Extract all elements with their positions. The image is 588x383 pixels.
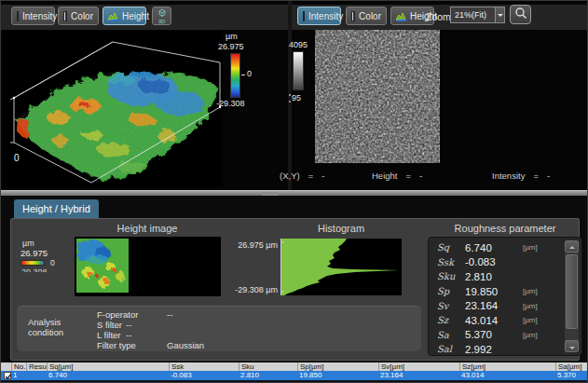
status-intensity-value: - — [547, 171, 550, 181]
tab-height-hybrid[interactable]: Height / Hybrid — [14, 199, 99, 218]
roughness-row: Sq6.740[µm] — [437, 240, 560, 255]
histogram-plot — [280, 239, 402, 295]
roughness-row: Sal2.992 — [437, 342, 560, 353]
condition-row-s-filter: S filter-- — [97, 320, 204, 330]
analysis-condition-panel: Analysis condition F-operator-- S filter… — [17, 306, 421, 351]
colorbar-zero-tick — [241, 75, 245, 75]
header-checkbox-col — [1, 362, 11, 371]
left-intensity-label: Intensity — [22, 11, 57, 21]
left-3d-view-button[interactable]: 3D — [152, 7, 171, 25]
surface-3d-render[interactable] — [3, 31, 223, 187]
header-result: Result — [26, 362, 47, 371]
scrollbar-down-button[interactable] — [565, 340, 579, 352]
left-color-label: Color — [71, 11, 93, 21]
left-toolbar: Intensity Color Height 3D — [1, 5, 288, 30]
scrollbar-up-button[interactable] — [565, 240, 579, 253]
height-image-max-label: 26.975 — [21, 248, 48, 258]
height-image-title: Height image — [75, 223, 220, 234]
viewport-3d-height: Intensity Color Height 3D — [1, 1, 288, 190]
coordinate-statusbar: (X,Y) = - Height = - Intensity = - — [1, 171, 587, 185]
cell-sa: 5.370 — [555, 371, 588, 380]
color-icon — [351, 11, 355, 21]
z-axis-origin-label: 0 — [14, 153, 20, 163]
analysis-content-panel: Height image µm 26.975 0 -29.308 — [10, 218, 580, 361]
roughness-scrollbar[interactable] — [565, 240, 579, 352]
status-xy-value: - — [321, 171, 324, 181]
height-image-mini-colorbar — [21, 260, 45, 266]
header-sa: Sa[µm] — [555, 362, 588, 371]
cell-ssk: -0.083 — [169, 371, 239, 380]
height-image-canvas — [75, 237, 221, 296]
roughness-parameter-panel: Sq6.740[µm] Ssk-0.083 Sku2.810 Sp19.850[… — [428, 237, 582, 356]
right-color-label: Color — [359, 11, 381, 21]
roughness-row: Sku2.810 — [437, 269, 560, 284]
cell-sv: 23.164 — [378, 371, 459, 380]
header-sku: Sku — [239, 362, 297, 371]
results-table: No. Result Sq[µm] Ssk Sku Sp[µm] Sv[µm] … — [1, 362, 588, 383]
roughness-row: Sp19.850[µm] — [437, 284, 560, 299]
status-height-value: - — [419, 171, 422, 181]
cell-no: 1 — [11, 371, 26, 380]
splitter-grip-dot — [289, 94, 291, 96]
header-sv: Sv[µm] — [378, 362, 459, 371]
left-color-view-button[interactable]: Color — [58, 7, 99, 25]
splitter-grip-dot — [289, 101, 291, 103]
status-intensity-label: Intensity — [492, 171, 525, 181]
colorbar-zero-label: 0 — [247, 69, 252, 78]
analysis-condition-label-line2: condition — [28, 327, 63, 337]
histogram-min-label: -29.308 µm — [226, 285, 278, 294]
results-table-header: No. Result Sq[µm] Ssk Sku Sp[µm] Sv[µm] … — [1, 362, 588, 371]
analysis-section: Height / Hybrid Height image µm 26.975 0… — [1, 196, 588, 362]
header-sp: Sp[µm] — [297, 362, 378, 371]
zoom-level-select[interactable]: 21%(Fit) — [450, 7, 495, 23]
row-checkbox[interactable] — [4, 372, 11, 379]
magnifier-button[interactable] — [510, 5, 531, 24]
cell-sku: 2.810 — [239, 371, 297, 380]
intensity-image-canvas[interactable] — [315, 30, 440, 163]
header-sq: Sq[µm] — [47, 362, 169, 371]
cell-sz: 43.014 — [459, 371, 555, 380]
height-map-thumbnail — [76, 239, 129, 293]
intensity-icon — [17, 11, 19, 21]
roughness-row: Sa5.370[µm] — [437, 328, 560, 343]
cell-sq: 6.740 — [47, 371, 169, 380]
roughness-row: Sv23.164[µm] — [437, 298, 560, 313]
height-icon — [108, 11, 118, 21]
header-sz: Sz[µm] — [459, 362, 555, 371]
results-table-row[interactable]: 1 6.740 -0.083 2.810 19.850 23.164 43.01… — [1, 371, 588, 380]
height-image-zero-label: 0 — [50, 258, 55, 267]
condition-row-l-filter: L filter-- — [97, 330, 204, 340]
status-xy-equals: = — [308, 171, 314, 181]
left-height-view-button[interactable]: Height — [103, 7, 146, 25]
roughness-row: Sz43.014[µm] — [437, 313, 560, 328]
height-image-unit-label: µm — [22, 239, 34, 248]
height-icon — [396, 11, 406, 21]
intensity-icon — [303, 11, 305, 21]
zoom-label: Zoom — [426, 8, 451, 26]
header-ssk: Ssk — [169, 362, 239, 371]
left-height-label: Height — [122, 11, 149, 21]
histogram-canvas — [280, 239, 402, 295]
checkbox-check-icon — [5, 373, 11, 380]
colorbar-min-label: -29.308 — [216, 99, 245, 108]
header-no: No. — [11, 362, 26, 371]
left-intensity-view-button[interactable]: Intensity — [11, 7, 55, 25]
zoom-select-dropdown-arrow[interactable] — [495, 7, 505, 23]
zoom-level-value: 21%(Fit) — [455, 10, 486, 20]
right-intensity-view-button[interactable]: Intensity — [297, 7, 341, 25]
cell-sp: 19.850 — [297, 371, 378, 380]
graybar-min-label: 95 — [292, 93, 301, 103]
condition-row-f-operator: F-operator-- — [97, 309, 204, 320]
status-xy-label: (X,Y) — [280, 171, 300, 181]
analysis-condition-rows: F-operator-- S filter-- L filter-- Filte… — [97, 309, 204, 350]
height-colorbar — [230, 53, 240, 98]
cell-result — [26, 371, 47, 380]
roughness-row: Ssk-0.083 — [437, 255, 560, 270]
right-color-view-button[interactable]: Color — [346, 7, 387, 25]
status-height-equals: = — [405, 171, 411, 181]
scrollbar-thumb[interactable] — [566, 254, 578, 329]
analysis-condition-label-line1: Analysis — [28, 317, 61, 327]
intensity-graybar — [293, 51, 304, 90]
colorbar-unit-label: µm — [226, 32, 238, 41]
left-3d-label: 3D — [158, 19, 166, 24]
